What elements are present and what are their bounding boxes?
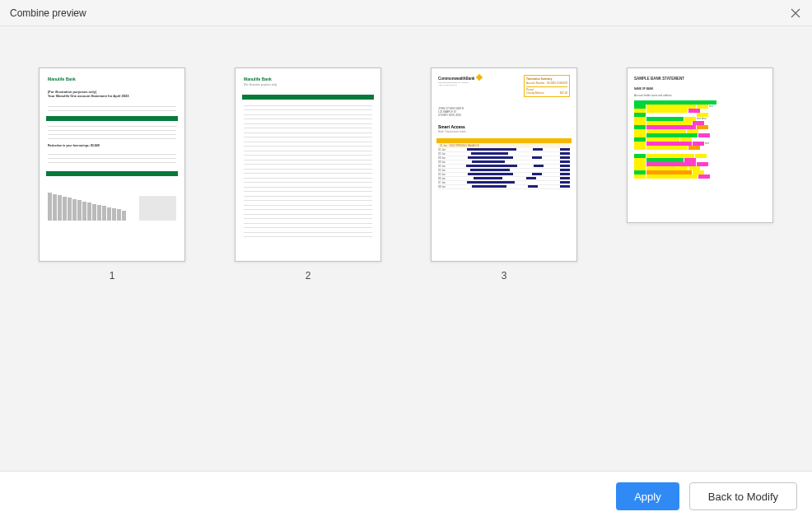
transaction-table xyxy=(244,101,372,237)
thumbnail-image: CommonwealthBank Commonwealth Bank of Au… xyxy=(431,67,577,262)
account-type: Smart Access xyxy=(438,124,570,129)
page-thumbnail-4[interactable]: SAMPLE BANK STATEMENT NAME OF BANK Accou… xyxy=(627,67,773,281)
thumbnail-image: Manulife Bank (For illustration purposes… xyxy=(39,67,185,262)
progress-chart xyxy=(48,188,176,221)
dialog-footer: Apply Back to Modify xyxy=(0,471,812,521)
page-thumbnail-3[interactable]: CommonwealthBank Commonwealth Bank of Au… xyxy=(431,67,577,281)
account-box: Transaction Summary Account Number06 200… xyxy=(524,75,570,97)
section-bar xyxy=(242,95,374,100)
doc-title: SAMPLE BANK STATEMENT xyxy=(634,77,766,81)
doc-brand: Manulife Bank xyxy=(244,77,372,81)
page-thumbnail-1[interactable]: Manulife Bank (For illustration purposes… xyxy=(39,67,185,281)
section-bar xyxy=(46,116,178,121)
thumbnail-image: Manulife Bank (For illustration purposes… xyxy=(235,67,381,262)
page-number: 2 xyxy=(306,270,311,281)
doc-brand: CommonwealthBank xyxy=(438,77,475,81)
dialog-header: Combine preview xyxy=(0,0,812,26)
back-to-modify-button[interactable]: Back to Modify xyxy=(689,482,797,510)
page-thumbnail-2[interactable]: Manulife Bank (For illustration purposes… xyxy=(235,67,381,281)
diamond-icon xyxy=(475,74,482,81)
page-number: 1 xyxy=(110,270,115,281)
thumbnail-image: SAMPLE BANK STATEMENT NAME OF BANK Accou… xyxy=(627,67,773,223)
transaction-table: 02 Jan 02 Jan 03 Jan 03 Jan 04 Jan 05 Ja… xyxy=(438,148,570,189)
close-button[interactable] xyxy=(789,7,802,20)
apply-button[interactable]: Apply xyxy=(616,482,679,510)
dialog-title: Combine preview xyxy=(10,7,86,19)
preview-grid: Manulife Bank (For illustration purposes… xyxy=(0,26,812,471)
highlighted-table: text text desc text xyxy=(634,105,766,179)
doc-subtitle: NAME OF BANK xyxy=(634,87,766,91)
close-icon xyxy=(791,8,800,18)
doc-brand: Manulife Bank xyxy=(48,77,176,81)
address-block: JOHN CITIZEN SMITH123 SAMPLE STSYDNEY NS… xyxy=(438,107,570,118)
section-bar xyxy=(46,171,178,176)
page-number: 3 xyxy=(502,270,507,281)
